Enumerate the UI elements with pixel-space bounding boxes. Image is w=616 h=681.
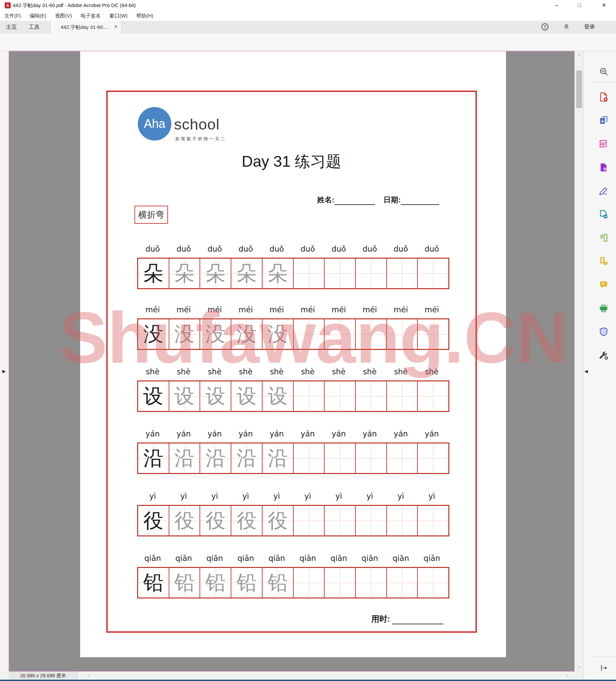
document-viewport[interactable]: Aha school 发现孩子的独一无二 Day 31 练习题 姓名: 日期: … — [9, 51, 575, 672]
pdf-page: Aha school 发现孩子的独一无二 Day 31 练习题 姓名: 日期: … — [80, 51, 506, 657]
logo-circle-text: Aha — [144, 117, 165, 131]
pinyin-label: duǒ — [230, 244, 261, 254]
expand-left-pane-icon[interactable]: ▶ — [2, 369, 6, 373]
pinyin-row: qiānqiānqiānqiānqiānqiānqiānqiānqiānqiān — [137, 553, 447, 563]
grid-cell — [356, 444, 387, 473]
pinyin-label: yán — [292, 428, 324, 439]
logo-name: school — [174, 116, 220, 133]
name-label: 姓名: — [317, 196, 334, 204]
collapse-right-pane-icon[interactable]: ◀ — [585, 369, 588, 373]
menu-file[interactable]: 文件(F) — [0, 11, 25, 21]
notifications-bell-icon[interactable] — [562, 23, 571, 31]
protect-pdf-icon[interactable] — [598, 326, 609, 337]
scroll-right-icon[interactable]: › — [567, 673, 568, 678]
menu-edit[interactable]: 编辑(E) — [25, 11, 51, 21]
menu-esign[interactable]: 电子签名 — [76, 11, 105, 21]
grid-cell: 朵 — [262, 259, 294, 288]
grid-cell — [418, 319, 448, 349]
menu-help[interactable]: 帮助(H) — [132, 11, 158, 21]
request-comments-icon[interactable] — [598, 256, 609, 267]
pinyin-label: duǒ — [292, 244, 324, 254]
trace-character: 设 — [231, 381, 262, 411]
pinyin-row: yányányányányányányányányányán — [137, 428, 447, 439]
tab-document[interactable]: 442.字帖day 31-60.... ✕ — [50, 21, 121, 33]
search-tools-icon[interactable] — [598, 66, 609, 77]
pinyin-label: shè — [292, 366, 324, 377]
organize-pages-icon[interactable] — [598, 232, 609, 244]
practice-grid: 沿沿沿沿沿 — [137, 443, 450, 474]
grid-cell — [356, 381, 387, 411]
pinyin-label: yán — [385, 428, 416, 439]
share-for-comments-icon[interactable] — [598, 209, 609, 220]
grid-cell: 役 — [200, 506, 231, 535]
tab-bar: 主页 工具 442.字帖day 31-60.... ✕ ? 登录 — [0, 21, 616, 33]
pinyin-label: shè — [355, 366, 386, 377]
grid-cell — [418, 259, 448, 288]
create-pdf-icon[interactable] — [598, 91, 609, 103]
pinyin-label: yán — [323, 428, 355, 439]
menu-window[interactable]: 窗口(W) — [105, 11, 132, 21]
tab-home[interactable]: 主页 — [1, 21, 22, 33]
grid-cell — [294, 506, 325, 535]
pinyin-label: qiān — [168, 553, 200, 563]
document-toolbar: 1 / 30 107% ▾ ▾ — [0, 33, 616, 51]
panel-divider — [593, 82, 614, 82]
tab-close-icon[interactable]: ✕ — [114, 24, 118, 29]
acrobat-app-icon: A — [5, 2, 11, 8]
pinyin-label: duǒ — [323, 244, 355, 254]
status-bar: 20.995 x 29.698 厘米 ‹ › — [0, 672, 584, 680]
grid-cell: 设 — [138, 381, 169, 411]
scan-ocr-icon[interactable] — [598, 303, 609, 314]
grid-cell: 设 — [262, 381, 294, 411]
pinyin-label: yì — [137, 491, 168, 502]
pinyin-label: yán — [230, 428, 261, 439]
scroll-up-icon[interactable]: ⌃ — [575, 54, 584, 59]
scroll-down-icon[interactable]: ⌄ — [575, 663, 584, 669]
grid-cell — [325, 506, 356, 535]
more-tools-icon[interactable] — [598, 350, 609, 361]
logo-circle: Aha — [138, 107, 171, 141]
grid-cell — [356, 259, 387, 288]
pinyin-label: méi — [137, 304, 168, 315]
grid-cell: 设 — [169, 381, 201, 411]
login-button[interactable]: 登录 — [584, 24, 595, 30]
pinyin-label: yán — [416, 428, 448, 439]
practice-grid: 役役役役役 — [137, 505, 450, 536]
vertical-scrollbar[interactable]: ⌃ ⌄ — [574, 51, 584, 672]
trace-character: 朵 — [200, 259, 231, 288]
comment-tool-icon[interactable] — [598, 279, 609, 291]
tab-tools[interactable]: 工具 — [24, 21, 44, 33]
pinyin-label: yì — [168, 491, 200, 502]
help-icon[interactable]: ? — [541, 23, 549, 31]
maximize-button[interactable]: □ — [572, 0, 587, 11]
grid-cell — [294, 381, 325, 411]
pinyin-label: méi — [355, 304, 386, 315]
pinyin-label: méi — [261, 304, 292, 315]
date-label: 日期: — [384, 196, 401, 204]
vertical-scrollbar-thumb[interactable] — [576, 71, 582, 108]
name-blank-line — [334, 198, 375, 205]
pinyin-label: méi — [416, 304, 448, 315]
pinyin-label: yì — [355, 491, 386, 502]
grid-cell: 没 — [169, 319, 201, 349]
pinyin-row: méiméiméiméiméiméiméiméiméiméi — [137, 304, 447, 315]
menu-view[interactable]: 视图(V) — [51, 11, 76, 21]
scroll-left-icon[interactable]: ‹ — [88, 673, 89, 678]
pinyin-label: méi — [199, 304, 230, 315]
grid-cell: 没 — [138, 319, 169, 349]
practice-grid: 设设设设设 — [137, 380, 450, 412]
minimize-button[interactable]: – — [549, 0, 564, 11]
edit-pdf-icon[interactable] — [598, 138, 609, 150]
grid-cell: 设 — [231, 381, 262, 411]
close-button[interactable]: ✕ — [596, 0, 611, 11]
logo-tagline: 发现孩子的独一无二 — [175, 136, 226, 142]
export-pdf-icon[interactable] — [598, 162, 609, 173]
grid-cell — [325, 381, 356, 411]
pinyin-label: qiān — [416, 553, 448, 563]
combine-files-icon[interactable] — [598, 115, 609, 126]
pinyin-label: shè — [199, 366, 230, 377]
fill-sign-icon[interactable] — [598, 185, 609, 197]
trace-character: 沿 — [262, 444, 293, 473]
name-date-line: 姓名: 日期: — [317, 195, 439, 205]
open-tools-pane-icon[interactable] — [598, 662, 609, 674]
